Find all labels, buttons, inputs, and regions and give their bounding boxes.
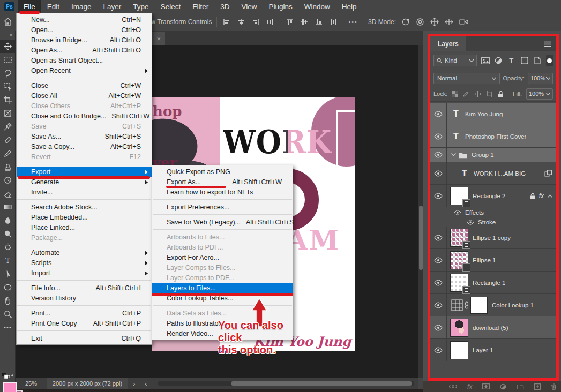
menu-item[interactable]: Automate (17, 247, 152, 258)
menu-item[interactable]: Data Sets as Files... (152, 308, 293, 318)
menu-item[interactable]: Print... Ctrl+P (17, 308, 152, 318)
menu-item[interactable]: Close Ctrl+W (17, 80, 152, 91)
layer-row[interactable]: T Kim Yoo Jung (430, 103, 556, 125)
menu-item[interactable]: Save Ctrl+S (17, 121, 152, 131)
menu-item[interactable]: Close All Alt+Ctrl+W (17, 91, 152, 101)
menu-item[interactable]: Artboards to Files... (152, 232, 293, 242)
menubar-item[interactable]: 3D (214, 0, 235, 13)
visibility-eye-icon[interactable] (430, 294, 447, 316)
menubar-item[interactable]: File (18, 0, 41, 13)
menu-item[interactable]: Learn how to export for NFTs (152, 187, 293, 197)
layer-thumbnail[interactable] (450, 274, 468, 292)
vertical-scrollbar[interactable] (418, 45, 423, 378)
eyedropper-tool[interactable] (0, 120, 15, 133)
menubar-item[interactable]: Help (336, 0, 363, 13)
layer-row[interactable]: download (5) (430, 316, 556, 339)
foreground-color-swatch[interactable] (3, 382, 17, 392)
new-group-icon[interactable] (517, 384, 524, 389)
opacity-input[interactable]: 100% (528, 73, 553, 84)
horizontal-scrollbar[interactable] (158, 381, 414, 386)
menu-item[interactable]: File Info... Alt+Shift+Ctrl+I (17, 283, 152, 293)
filter-shape-layers-icon[interactable] (520, 56, 529, 65)
menu-item[interactable]: Open As... Alt+Shift+Ctrl+O (17, 45, 152, 55)
filter-adjustment-layers-icon[interactable] (493, 56, 503, 65)
tab-close-icon[interactable]: × (156, 35, 161, 43)
object-selection-tool[interactable] (0, 80, 15, 93)
menu-item[interactable]: Export Preferences... (152, 202, 293, 212)
3d-slide-icon[interactable] (444, 17, 454, 27)
fill-input[interactable]: 100% (526, 88, 553, 100)
menu-item[interactable]: Place Embedded... (17, 212, 152, 222)
effects-row[interactable]: Effects (430, 207, 556, 217)
pen-tool[interactable] (0, 240, 15, 254)
menu-item[interactable]: Export (17, 167, 152, 177)
adjustment-layer-icon[interactable] (500, 383, 506, 390)
vertical-scrollbar-thumb[interactable] (419, 206, 423, 270)
edit-toolbar-icon[interactable] (0, 321, 15, 334)
menu-item[interactable]: Save As... Shift+Ctrl+S (17, 131, 152, 141)
align-right-icon[interactable] (251, 17, 260, 27)
clone-stamp-tool[interactable] (0, 160, 15, 174)
status-chevron-left-icon[interactable]: ‹ (140, 380, 152, 388)
group-row[interactable]: Group 1 (430, 148, 556, 162)
menubar-item[interactable]: Window (298, 0, 336, 13)
lock-position-icon[interactable] (474, 91, 481, 97)
lock-artboard-icon[interactable] (486, 91, 493, 97)
visibility-eye-icon[interactable] (430, 339, 447, 361)
3d-pan-icon[interactable] (430, 17, 439, 27)
align-left-icon[interactable] (222, 17, 231, 27)
menu-item[interactable]: Quick Export as PNG (152, 167, 293, 177)
mask-thumbnail[interactable] (470, 297, 488, 314)
distribute-h-icon[interactable] (265, 17, 275, 27)
crop-tool[interactable] (0, 93, 15, 107)
lock-transparency-icon[interactable] (452, 91, 458, 97)
panel-menu-icon[interactable] (544, 41, 556, 47)
visibility-eye-icon[interactable] (430, 185, 447, 207)
layer-row[interactable]: Layer 1 (430, 339, 556, 361)
3d-roll-icon[interactable] (415, 17, 425, 27)
layer-row[interactable]: Ellipse 1 copy fx (430, 227, 556, 249)
visibility-eye-icon[interactable] (430, 162, 447, 184)
new-layer-icon[interactable] (534, 383, 541, 390)
layers-panel-tab[interactable]: Layers (430, 36, 466, 51)
filter-type-layers-icon[interactable]: T (507, 56, 516, 65)
layer-thumbnail[interactable] (450, 187, 468, 205)
blend-mode-select[interactable]: Normal (433, 73, 500, 84)
menu-item[interactable]: Print One Copy Alt+Shift+Ctrl+P (17, 318, 152, 328)
history-brush-tool[interactable] (0, 174, 15, 187)
ellipse-tool[interactable] (0, 281, 15, 294)
effect-item-row[interactable]: Stroke (430, 217, 556, 227)
layer-thumbnail[interactable] (450, 319, 468, 337)
menubar-item[interactable]: Type (127, 0, 154, 13)
menu-item[interactable]: Save a Copy... Alt+Ctrl+S (17, 141, 152, 152)
link-layers-icon[interactable] (449, 384, 457, 389)
menubar-item[interactable]: Edit (41, 0, 65, 13)
visibility-eye-icon[interactable] (430, 217, 474, 227)
delete-layer-icon[interactable] (551, 383, 557, 390)
menu-item[interactable]: Open as Smart Object... (17, 55, 152, 65)
zoom-tool[interactable] (0, 307, 15, 321)
menubar-item[interactable]: View (235, 0, 263, 13)
toolbox-collapse-icon[interactable]: » (0, 31, 15, 40)
visibility-eye-icon[interactable] (430, 125, 447, 147)
filter-pixel-layers-icon[interactable] (481, 56, 490, 65)
layer-row[interactable]: Rectangle 1 fx (430, 272, 556, 294)
menu-item[interactable]: Revert F12 (17, 152, 152, 162)
menu-item[interactable]: Layer Comps to PDF... (152, 273, 293, 283)
menubar-item[interactable]: Filter (186, 0, 214, 13)
layer-row[interactable]: T Photoshop First Cover (430, 125, 556, 148)
menu-item[interactable]: Layers to Files... (152, 283, 293, 293)
menubar-item[interactable]: Layer (98, 0, 128, 13)
layer-thumbnail[interactable] (450, 229, 468, 247)
menu-item[interactable]: New... Ctrl+N (17, 14, 152, 25)
menubar-item[interactable]: Plugins (263, 0, 298, 13)
align-middle-icon[interactable] (300, 17, 309, 27)
align-top-icon[interactable] (285, 17, 295, 27)
path-selection-tool[interactable] (0, 267, 15, 281)
align-bottom-icon[interactable] (314, 17, 324, 27)
layer-row[interactable]: T WORK H...AM BIG (430, 162, 556, 185)
layer-style-icon[interactable]: fx (467, 383, 472, 390)
layer-row[interactable]: Rectangle 2 fx (430, 185, 556, 207)
more-options-icon[interactable]: ••• (348, 19, 358, 25)
3d-camera-icon[interactable] (459, 17, 468, 27)
